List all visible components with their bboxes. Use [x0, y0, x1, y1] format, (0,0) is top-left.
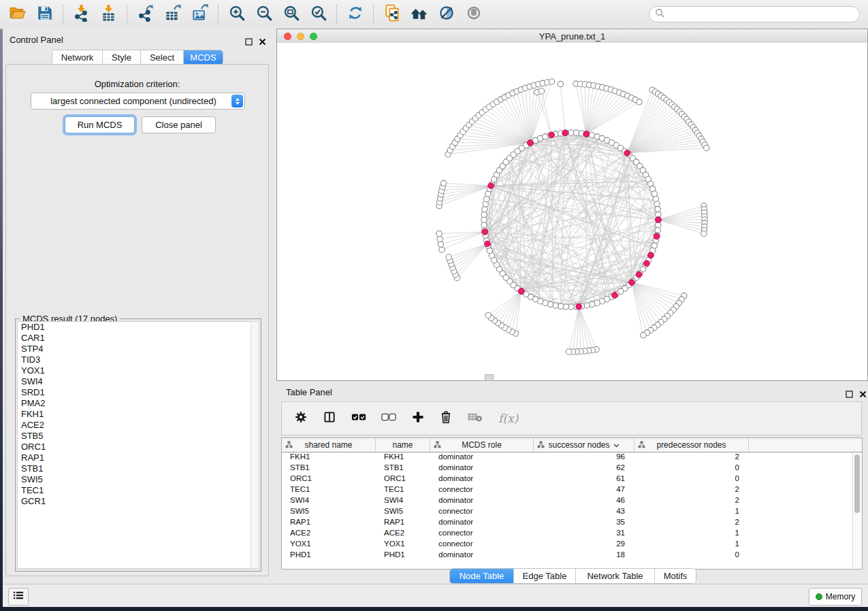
mcds-list-scrollbar[interactable]	[251, 321, 259, 569]
table-panel-tabs: Node TableEdge TableNetwork TableMotifs	[449, 568, 696, 584]
zoom-in-button[interactable]	[228, 5, 246, 23]
column-header-mcds-role[interactable]: MCDS role	[430, 438, 534, 452]
close-panel-icon[interactable]	[259, 36, 266, 44]
cell-shared-name: ORC1	[282, 474, 376, 485]
cell-predecessors: 1	[634, 540, 749, 550]
clone-network-icon	[383, 4, 401, 24]
apply-layout-button[interactable]	[347, 5, 364, 23]
network-window-titlebar[interactable]: YPA_prune.txt_1	[277, 29, 867, 44]
import-network-button[interactable]	[73, 5, 91, 23]
function-builder-button[interactable]: f(x)	[498, 412, 518, 425]
node-table: shared namenameMCDS rolesuccessor nodesp…	[281, 437, 863, 569]
zoom-out-button[interactable]	[255, 5, 273, 23]
table-row[interactable]: SWI4SWI4dominator462	[282, 496, 862, 507]
export-image-button[interactable]	[191, 5, 209, 23]
toolbar-group-import	[64, 5, 127, 23]
close-table-panel-icon[interactable]	[859, 389, 867, 396]
mcds-result-list[interactable]: PHD1CAR1STP4TID3YOX1SWI4SRD1PMA2FKH1ACE2…	[17, 321, 252, 569]
table-row[interactable]: STB1STB1dominator620	[282, 463, 862, 474]
tab-network-table[interactable]: Network Table	[576, 569, 655, 583]
cell-successors: 29	[534, 540, 634, 550]
export-network-icon	[137, 4, 155, 24]
cell-predecessors: 0	[634, 550, 749, 561]
first-neighbors-button[interactable]	[411, 5, 428, 23]
trash-icon	[440, 410, 452, 427]
cell-successors: 35	[534, 518, 634, 529]
table-row[interactable]: YOX1YOX1connector291	[282, 540, 862, 550]
tab-network[interactable]: Network	[52, 50, 103, 65]
mcds-result-group: MCDS result (17 nodes) PHD1CAR1STP4TID3Y…	[15, 318, 261, 572]
cell-predecessors: 0	[634, 474, 749, 485]
network-canvas[interactable]	[277, 43, 867, 380]
select-all-button[interactable]	[351, 412, 366, 425]
cell-name: FKH1	[376, 452, 430, 463]
control-panel-title: Control Panel	[10, 35, 63, 45]
column-header-predecessor-nodes[interactable]: predecessor nodes	[634, 438, 749, 452]
column-header-name[interactable]: name	[376, 438, 430, 452]
memory-button[interactable]: Memory	[809, 588, 862, 606]
table-row[interactable]: FKH1FKH1dominator962	[282, 452, 862, 463]
task-history-button[interactable]	[8, 588, 29, 606]
tab-style[interactable]: Style	[103, 50, 141, 65]
table-toolbar: f(x)	[281, 401, 862, 435]
tab-select[interactable]: Select	[141, 50, 184, 65]
deselect-all-button[interactable]	[381, 412, 396, 425]
export-network-button[interactable]	[137, 5, 155, 23]
cell-successors: 47	[534, 485, 634, 496]
mcds-node-item: SWI5	[18, 474, 251, 485]
splitter-grip[interactable]	[485, 374, 494, 381]
cell-name: ORC1	[376, 474, 430, 485]
show-all-button[interactable]	[465, 5, 483, 23]
table-settings-button[interactable]	[294, 410, 308, 427]
search-field[interactable]	[649, 6, 860, 22]
column-selector-button[interactable]	[323, 410, 336, 427]
run-mcds-button[interactable]: Run MCDS	[65, 116, 135, 133]
optimization-criterion-select[interactable]: largest connected component (undirected)	[31, 93, 245, 110]
zoom-selected-button[interactable]	[310, 5, 327, 23]
tab-motifs[interactable]: Motifs	[655, 569, 696, 583]
tab-node-table[interactable]: Node Table	[450, 569, 514, 583]
table-row[interactable]: RAP1RAP1dominator352	[282, 518, 862, 529]
tab-mcds[interactable]: MCDS	[184, 50, 223, 65]
close-panel-button[interactable]: Close panel	[142, 116, 216, 133]
table-scrollbar[interactable]	[852, 452, 862, 568]
tab-edge-table[interactable]: Edge Table	[514, 569, 576, 583]
float-table-panel-icon[interactable]	[846, 389, 853, 396]
cell-role: connector	[430, 485, 534, 496]
export-table-button[interactable]	[164, 5, 182, 23]
column-header-shared-name[interactable]: shared name	[282, 438, 376, 452]
float-panel-icon[interactable]	[245, 36, 253, 44]
open-file-button[interactable]	[9, 5, 27, 23]
cell-shared-name: SWI4	[282, 496, 376, 507]
create-column-button[interactable]	[411, 410, 425, 427]
memory-label: Memory	[826, 592, 855, 601]
cell-predecessors: 1	[634, 507, 749, 518]
table-row[interactable]: PHD1PHD1dominator180	[282, 550, 862, 561]
column-label: successor nodes	[548, 440, 609, 450]
search-input[interactable]	[669, 9, 854, 20]
hide-selected-button[interactable]	[438, 5, 455, 23]
column-label: MCDS role	[462, 440, 502, 450]
zoom-fit-button[interactable]	[283, 5, 300, 23]
control-panel: Control Panel NetworkStyleSelectMCDS Opt…	[3, 29, 272, 584]
unchecked-boxes-icon	[381, 412, 396, 425]
import-network-icon	[73, 4, 91, 24]
toolbar-group-zoom	[219, 5, 336, 23]
toolbar-group-layout	[338, 5, 373, 23]
table-panel-title: Table Panel	[286, 387, 332, 397]
cell-predecessors: 0	[634, 463, 749, 474]
mcds-node-item: YOX1	[18, 365, 251, 376]
import-table-button[interactable]	[100, 5, 118, 23]
delete-column-button[interactable]	[440, 410, 452, 427]
delete-table-button[interactable]	[467, 412, 483, 425]
table-row[interactable]: SWI5SWI5connector431	[282, 507, 862, 518]
clone-network-button[interactable]	[383, 5, 401, 23]
save-session-button[interactable]	[36, 5, 54, 23]
scrollbar-thumb[interactable]	[854, 455, 860, 513]
table-row[interactable]: ACE2ACE2connector311	[282, 529, 862, 540]
main-toolbar	[0, 0, 868, 29]
column-header-successor-nodes[interactable]: successor nodes	[534, 438, 634, 452]
table-row[interactable]: ORC1ORC1dominator610	[282, 474, 862, 485]
table-row[interactable]: TEC1TEC1connector472	[282, 485, 862, 496]
mcds-node-item: SRD1	[18, 387, 251, 398]
